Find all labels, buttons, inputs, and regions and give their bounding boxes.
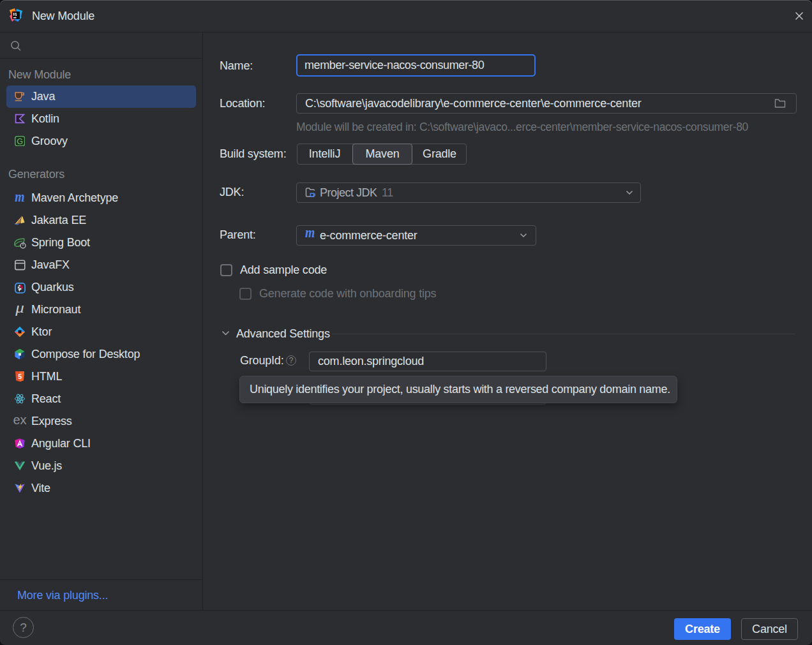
svg-text:m: m [15, 188, 24, 205]
svg-text:m: m [305, 226, 315, 241]
svg-text:μ: μ [15, 300, 24, 316]
svg-text:5: 5 [18, 373, 22, 380]
svg-text:ex: ex [13, 413, 26, 427]
svg-text:G: G [17, 137, 23, 146]
